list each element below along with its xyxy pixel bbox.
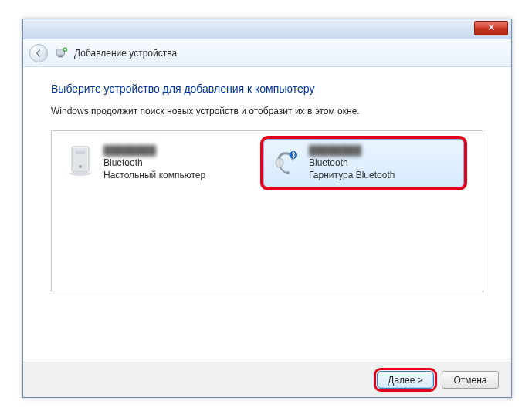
next-button[interactable]: Далее > bbox=[377, 371, 434, 389]
content-area: Выберите устройство для добавления к ком… bbox=[23, 67, 511, 362]
device-name-label: ████████ bbox=[309, 144, 395, 157]
cancel-button[interactable]: Отмена bbox=[442, 371, 499, 389]
back-arrow-icon bbox=[34, 49, 43, 58]
device-list: ████████ Bluetooth Настольный компьютер bbox=[51, 130, 483, 292]
svg-rect-1 bbox=[58, 56, 63, 57]
svg-point-8 bbox=[276, 158, 283, 167]
svg-point-9 bbox=[286, 171, 290, 174]
device-item-desktop[interactable]: ████████ Bluetooth Настольный компьютер bbox=[58, 139, 259, 187]
header-bar: Добавление устройства bbox=[23, 39, 511, 67]
device-type-label: Bluetooth bbox=[103, 157, 205, 169]
device-name-label: ████████ bbox=[103, 144, 205, 157]
page-title: Выберите устройство для добавления к ком… bbox=[51, 83, 483, 95]
device-desc-label: Настольный компьютер bbox=[103, 169, 205, 181]
device-text: ████████ Bluetooth Гарнитура Bluetooth bbox=[309, 144, 395, 182]
back-button[interactable] bbox=[29, 44, 48, 62]
device-text: ████████ Bluetooth Настольный компьютер bbox=[103, 144, 205, 182]
svg-point-7 bbox=[69, 171, 91, 176]
device-desc-label: Гарнитура Bluetooth bbox=[309, 169, 395, 181]
device-add-icon bbox=[54, 46, 68, 60]
svg-point-6 bbox=[79, 165, 82, 168]
close-button[interactable]: ✕ bbox=[474, 21, 508, 35]
dialog-window: ✕ Добавление устройства Выберите устройс… bbox=[22, 19, 512, 398]
titlebar: ✕ bbox=[23, 19, 511, 39]
footer-bar: Далее > Отмена bbox=[23, 362, 511, 397]
header-title: Добавление устройства bbox=[74, 48, 177, 59]
svg-rect-5 bbox=[76, 151, 85, 154]
desktop-pc-icon bbox=[65, 144, 96, 177]
device-item-headset[interactable]: ████████ Bluetooth Гарнитура Bluetooth bbox=[263, 139, 464, 187]
device-type-label: Bluetooth bbox=[309, 157, 395, 169]
page-subtitle: Windows продолжит поиск новых устройств … bbox=[51, 106, 483, 116]
bluetooth-headset-icon bbox=[270, 144, 301, 177]
